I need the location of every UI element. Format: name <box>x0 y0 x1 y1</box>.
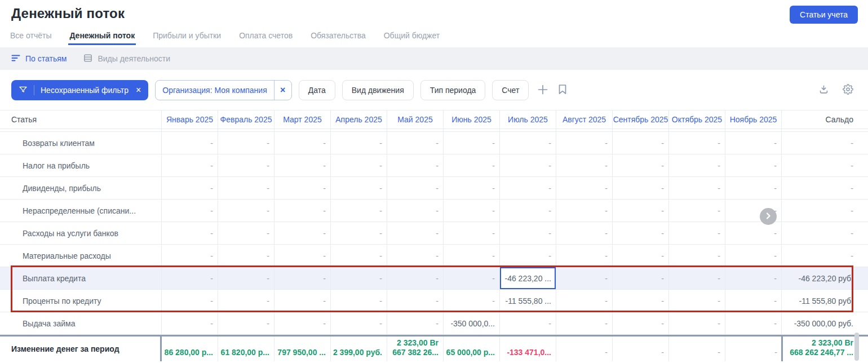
value-cell[interactable]: - <box>613 154 669 176</box>
value-cell[interactable]: - <box>556 312 613 334</box>
total-value-cell[interactable]: 797 950,00 ... <box>274 337 331 361</box>
organization-filter-close-button[interactable]: × <box>274 81 291 100</box>
value-cell[interactable]: - <box>274 267 331 289</box>
column-header-month[interactable]: Ноябрь 2025 <box>725 110 782 129</box>
value-cell[interactable]: - <box>613 200 669 222</box>
value-cell[interactable]: - <box>387 245 444 267</box>
value-cell[interactable]: - <box>162 267 218 289</box>
value-cell[interactable]: - <box>500 312 556 334</box>
value-cell[interactable]: - <box>218 245 274 267</box>
value-cell[interactable]: - <box>387 154 444 176</box>
value-cell[interactable]: - <box>218 312 274 334</box>
column-header-month[interactable]: Февраль 2025 <box>218 110 274 129</box>
date-filter-button[interactable]: Дата <box>299 80 335 100</box>
value-cell[interactable]: - <box>613 245 669 267</box>
saldo-cell[interactable]: -11 555,80 руб. <box>782 290 868 312</box>
value-cell[interactable]: - <box>500 154 556 176</box>
value-cell[interactable]: - <box>331 245 387 267</box>
value-cell[interactable]: - <box>387 222 444 244</box>
value-cell[interactable]: - <box>556 290 613 312</box>
column-header-month[interactable]: Январь 2025 <box>162 110 218 129</box>
value-cell[interactable]: - <box>725 132 782 154</box>
value-cell[interactable]: - <box>556 132 613 154</box>
scroll-right-button[interactable] <box>760 208 777 225</box>
total-value-cell[interactable]: -133 471,0... <box>500 337 556 361</box>
accounting-items-button[interactable]: Статьи учета <box>790 6 858 24</box>
settings-button[interactable] <box>842 84 854 96</box>
column-header-month[interactable]: Март 2025 <box>274 110 331 129</box>
value-cell[interactable]: - <box>500 222 556 244</box>
account-filter-button[interactable]: Счет <box>492 80 529 100</box>
row-label-cell[interactable]: Проценты по кредиту <box>0 290 162 312</box>
value-cell[interactable]: - <box>162 154 218 176</box>
value-cell[interactable]: - <box>500 132 556 154</box>
total-value-cell[interactable]: - <box>669 337 725 361</box>
saldo-cell[interactable]: - <box>782 245 868 267</box>
saldo-cell[interactable]: - <box>782 154 868 176</box>
column-header-month[interactable]: Сентябрь 2025 <box>613 110 669 129</box>
unsaved-filter-chip[interactable]: Несохраненный фильтр × <box>11 80 148 100</box>
saldo-cell[interactable]: - <box>782 132 868 154</box>
movement-type-filter-button[interactable]: Вид движения <box>342 80 414 100</box>
column-header-month[interactable]: Апрель 2025 <box>331 110 387 129</box>
value-cell[interactable]: - <box>444 200 500 222</box>
total-value-cell[interactable]: - <box>613 337 669 361</box>
saldo-cell[interactable]: - <box>782 177 868 199</box>
column-header-month[interactable]: Август 2025 <box>556 110 613 129</box>
row-label-cell[interactable]: Выплата кредита <box>0 267 162 289</box>
value-cell[interactable]: - <box>162 177 218 199</box>
total-value-cell[interactable]: 86 280,00 р... <box>162 337 218 361</box>
value-cell[interactable]: - <box>218 154 274 176</box>
value-cell[interactable]: - <box>556 267 613 289</box>
selected-cell[interactable]: -46 223,20 ... <box>500 267 556 289</box>
value-cell[interactable]: - <box>331 290 387 312</box>
value-cell[interactable]: - <box>725 312 782 334</box>
saldo-cell[interactable]: -350 000,00 руб. <box>782 312 868 334</box>
tab-liabilities[interactable]: Обязательства <box>309 27 367 45</box>
value-cell[interactable]: - <box>218 222 274 244</box>
value-cell[interactable]: - <box>274 290 331 312</box>
view-mode-by-articles[interactable]: По статьям <box>11 54 67 64</box>
value-cell[interactable]: - <box>331 177 387 199</box>
value-cell[interactable]: - <box>274 245 331 267</box>
value-cell[interactable]: - <box>556 177 613 199</box>
value-cell[interactable]: - <box>387 267 444 289</box>
value-cell[interactable]: - <box>725 222 782 244</box>
value-cell[interactable]: - <box>218 132 274 154</box>
value-cell[interactable]: - <box>387 177 444 199</box>
row-label-cell[interactable]: Расходы на услуги банков <box>0 222 162 244</box>
value-cell[interactable]: - <box>725 267 782 289</box>
value-cell[interactable]: - <box>613 267 669 289</box>
value-cell[interactable]: - <box>331 132 387 154</box>
value-cell[interactable]: - <box>725 245 782 267</box>
value-cell[interactable]: - <box>444 267 500 289</box>
value-cell[interactable]: - <box>500 200 556 222</box>
row-label-cell[interactable]: Материальные расходы <box>0 245 162 267</box>
value-cell[interactable]: -11 555,80 ... <box>500 290 556 312</box>
value-cell[interactable]: - <box>331 222 387 244</box>
value-cell[interactable]: - <box>556 154 613 176</box>
row-label-cell[interactable]: Дивиденды, прибыль <box>0 177 162 199</box>
add-filter-button[interactable] <box>535 83 550 98</box>
tab-bill-payment[interactable]: Оплата счетов <box>238 27 294 45</box>
value-cell[interactable]: - <box>274 200 331 222</box>
row-label-cell[interactable]: Выдача займа <box>0 312 162 334</box>
value-cell[interactable]: - <box>331 312 387 334</box>
row-label-cell[interactable]: Нераспределенные (списани... <box>0 200 162 222</box>
value-cell[interactable]: - <box>218 200 274 222</box>
column-header-month[interactable]: Июль 2025 <box>500 110 556 129</box>
value-cell[interactable]: - <box>444 132 500 154</box>
unsaved-filter-close-icon[interactable]: × <box>136 86 141 95</box>
value-cell[interactable]: - <box>613 132 669 154</box>
value-cell[interactable]: - <box>162 312 218 334</box>
value-cell[interactable]: - <box>669 222 725 244</box>
value-cell[interactable]: - <box>669 290 725 312</box>
row-label-cell[interactable]: Налог на прибыль <box>0 154 162 176</box>
total-value-cell[interactable]: 65 000,00 р... <box>444 337 500 361</box>
value-cell[interactable]: - <box>613 312 669 334</box>
tab-all-reports[interactable]: Все отчёты <box>9 27 52 45</box>
value-cell[interactable]: - <box>669 177 725 199</box>
value-cell[interactable]: - <box>162 200 218 222</box>
value-cell[interactable]: - <box>613 290 669 312</box>
tab-general-budget[interactable]: Общий бюджет <box>383 27 441 45</box>
